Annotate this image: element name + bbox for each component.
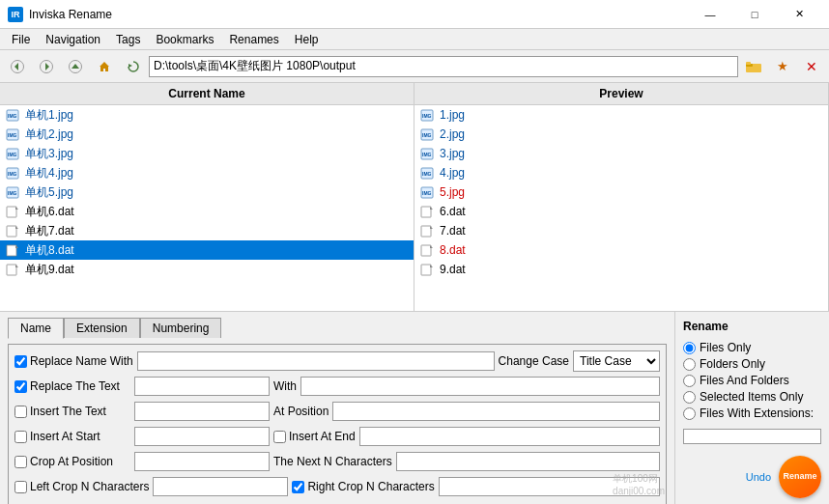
preview-item[interactable]: IMG2.jpg <box>414 125 828 144</box>
replace-text-input[interactable]: 单机 <box>134 377 270 396</box>
preview-name: 7.dat <box>440 224 466 238</box>
preview-item[interactable]: IMG5.jpg <box>414 182 828 202</box>
file-item[interactable]: 单机7.dat <box>0 221 414 240</box>
file-item[interactable]: 单机6.dat <box>0 202 414 221</box>
svg-marker-7 <box>129 64 132 68</box>
replace-with-input[interactable] <box>300 377 660 396</box>
file-panels: Current Name IMG单机1.jpgIMG单机2.jpgIMG单机3.… <box>0 83 829 311</box>
clear-button[interactable]: ✕ <box>798 53 825 80</box>
rename-button[interactable]: Rename <box>779 456 821 498</box>
preview-item[interactable]: 9.dat <box>414 260 828 279</box>
right-panel-title: Rename <box>683 320 821 333</box>
next-n-input[interactable]: 1 <box>396 452 660 471</box>
maximize-button[interactable]: □ <box>732 0 777 29</box>
preview-item[interactable]: IMG1.jpg <box>414 105 828 125</box>
insert-text-input[interactable]: 我的 <box>134 402 270 421</box>
insert-text-checkbox[interactable] <box>14 406 27 418</box>
change-case-select[interactable]: Title CaseLower CaseUpper CaseSentence C… <box>573 350 660 372</box>
file-name: 单机9.dat <box>25 262 74 278</box>
radio-label-0[interactable]: Files Only <box>683 341 821 354</box>
home-button[interactable] <box>91 53 118 80</box>
insert-start-checkbox[interactable] <box>14 431 27 443</box>
insert-text-label: Insert The Text <box>14 405 130 418</box>
replace-name-input[interactable] <box>137 351 495 371</box>
radio-label-1[interactable]: Folders Only <box>683 357 821 371</box>
insert-end-input[interactable] <box>359 427 660 446</box>
svg-rect-25 <box>7 245 16 256</box>
preview-list: IMG1.jpgIMG2.jpgIMG3.jpgIMG4.jpgIMG5.jpg… <box>414 105 828 279</box>
insert-end-checkbox[interactable] <box>273 431 286 443</box>
replace-name-checkbox[interactable] <box>14 355 27 368</box>
file-item[interactable]: IMG单机4.jpg <box>0 163 414 182</box>
file-item[interactable]: IMG单机3.jpg <box>0 144 414 163</box>
svg-rect-41 <box>421 226 431 237</box>
menu-item-tags[interactable]: Tags <box>108 31 148 48</box>
menu-item-bookmarks[interactable]: Bookmarks <box>148 31 221 48</box>
preview-name: 2.jpg <box>440 127 465 141</box>
radio-0[interactable] <box>683 342 696 354</box>
preview-item[interactable]: 8.dat <box>414 240 828 260</box>
window-controls: — □ ✕ <box>688 0 821 29</box>
insert-start-row: Insert At Start 123 Insert At End <box>14 426 660 447</box>
preview-item[interactable]: 7.dat <box>414 221 828 240</box>
file-name: 单机8.dat <box>25 242 74 259</box>
radio-label-2[interactable]: Files And Folders <box>683 374 821 387</box>
refresh-button[interactable] <box>120 53 147 80</box>
preview-item[interactable]: IMG4.jpg <box>414 163 828 182</box>
undo-button[interactable]: Undo <box>744 469 773 485</box>
file-name: 单机5.jpg <box>25 184 73 201</box>
back-button[interactable] <box>4 53 31 80</box>
file-item[interactable]: 单机9.dat <box>0 260 414 279</box>
radio-label-3[interactable]: Selected Items Only <box>683 390 821 404</box>
replace-text-checkbox[interactable] <box>14 380 27 393</box>
file-name: 单机3.jpg <box>25 146 73 162</box>
folder-open-button[interactable] <box>740 53 767 80</box>
preview-jpg-icon: IMG <box>420 108 436 122</box>
svg-rect-39 <box>421 207 431 217</box>
bookmark-button[interactable]: ★ <box>769 53 796 80</box>
menu-item-navigation[interactable]: Navigation <box>38 31 108 48</box>
tab-name[interactable]: Name <box>8 318 64 339</box>
crop-position-checkbox[interactable] <box>14 456 27 468</box>
menu-item-renames[interactable]: Renames <box>221 31 286 48</box>
svg-text:IMG: IMG <box>422 190 432 196</box>
radio-2[interactable] <box>683 375 696 387</box>
radio-1[interactable] <box>683 358 696 371</box>
preview-name: 9.dat <box>440 263 466 276</box>
crop-position-input[interactable]: 1 <box>134 452 270 471</box>
file-item[interactable]: IMG单机1.jpg <box>0 105 414 125</box>
preview-header: Preview <box>414 83 828 105</box>
address-bar[interactable]: D:\tools\桌面\4K壁纸图片 1080P\output <box>149 56 738 77</box>
menu-item-help[interactable]: Help <box>287 31 327 48</box>
file-item[interactable]: IMG单机2.jpg <box>0 125 414 144</box>
svg-marker-3 <box>45 63 49 70</box>
left-crop-input[interactable] <box>153 477 288 496</box>
radio-4[interactable] <box>683 407 696 420</box>
forward-button[interactable] <box>33 53 60 80</box>
at-position-input[interactable]: 2 <box>332 402 660 421</box>
file-name: 单机4.jpg <box>25 165 73 182</box>
radio-label-4[interactable]: Files With Extensions: <box>683 406 821 420</box>
jpg-file-icon: IMG <box>6 147 21 160</box>
right-crop-checkbox[interactable] <box>292 481 304 493</box>
preview-item[interactable]: IMG3.jpg <box>414 144 828 163</box>
tab-numbering[interactable]: Numbering <box>140 318 222 338</box>
minimize-button[interactable]: — <box>688 0 732 29</box>
preview-item[interactable]: 6.dat <box>414 202 828 221</box>
file-item[interactable]: 单机8.dat <box>0 240 414 260</box>
up-button[interactable] <box>62 53 89 80</box>
radio-3[interactable] <box>683 391 696 404</box>
close-button[interactable]: ✕ <box>777 0 821 29</box>
tab-extension[interactable]: Extension <box>64 318 140 338</box>
insert-start-input[interactable]: 123 <box>134 427 270 446</box>
current-name-pane: Current Name IMG单机1.jpgIMG单机2.jpgIMG单机3.… <box>0 83 414 311</box>
replace-text-row: Replace The Text 单机 With <box>14 376 660 397</box>
extension-input[interactable] <box>683 429 821 444</box>
file-item[interactable]: IMG单机5.jpg <box>0 182 414 202</box>
menu-item-file[interactable]: File <box>4 31 38 48</box>
file-name: 单机7.dat <box>25 223 74 239</box>
preview-name: 6.dat <box>440 205 466 218</box>
right-crop-label: Right Crop N Characters <box>292 480 434 493</box>
back-icon <box>11 60 24 73</box>
left-crop-checkbox[interactable] <box>14 481 27 493</box>
